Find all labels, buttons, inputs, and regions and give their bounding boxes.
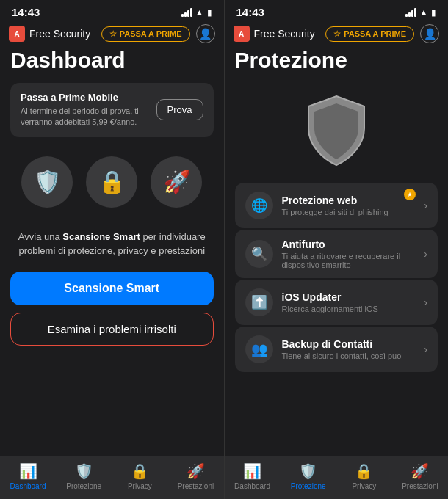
prime-banner: Passa a Prime Mobile Al termine del peri…: [10, 83, 214, 137]
avast-logo-left: A: [9, 26, 25, 42]
protection-item-backup[interactable]: 👥 Backup di Contatti Tiene al sicuro i c…: [235, 327, 438, 372]
rocket-icon-circle: 🚀: [151, 156, 202, 208]
shield-icon-circle: 🛡️: [21, 156, 73, 208]
dashboard-nav-label-right: Dashboard: [234, 482, 270, 490]
battery-icon-right: ▮: [431, 7, 436, 18]
problems-button[interactable]: Esamina i problemi irrisolti: [10, 313, 214, 346]
prime-banner-subtitle: Al termine del periodo di prova, ti verr…: [21, 106, 149, 128]
prestazioni-nav-label: Prestazioni: [178, 482, 214, 490]
chevron-icon-antifurto: ›: [424, 248, 427, 260]
nav-item-dashboard-left[interactable]: 📊 Dashboard: [0, 462, 56, 490]
battery-icon: ▮: [207, 7, 212, 18]
prot-title-ios: iOS Updater: [282, 291, 416, 303]
dashboard-nav-label: Dashboard: [10, 482, 46, 490]
antifurto-icon-circle: 🔍: [245, 240, 273, 268]
top-bar-right-right: ☆ PASSA A PRIME 👤: [325, 24, 439, 43]
wifi-icon-right: ▲: [419, 7, 428, 18]
prot-text-backup: Backup di Contatti Tiene al sicuro i con…: [282, 338, 416, 360]
ios-icon-circle: ⬆️: [245, 288, 273, 316]
web-icon-circle: 🌐: [245, 192, 273, 219]
protection-item-web[interactable]: 🌐 Protezione web Ti protegge dai siti di…: [235, 183, 438, 228]
avast-logo-right: A: [234, 26, 250, 42]
prime-button-left[interactable]: ☆ PASSA A PRIME: [101, 26, 190, 42]
status-bar-left: 14:43 ▲ ▮: [0, 0, 224, 21]
nav-item-prestazioni-right[interactable]: 🚀 Prestazioni: [392, 462, 448, 490]
nav-item-dashboard-right[interactable]: 📊 Dashboard: [225, 462, 281, 490]
nav-item-protezione-left[interactable]: 🛡️ Protezione: [56, 462, 112, 490]
protezione-nav-label: Protezione: [66, 482, 101, 490]
smart-scan-button[interactable]: Scansione Smart: [10, 272, 214, 305]
prot-subtitle-backup: Tiene al sicuro i contatti, così puoi: [282, 352, 416, 360]
left-screen: 14:43 ▲ ▮ A Free Security ☆ PASSA A PRIM…: [0, 0, 224, 499]
nav-item-prestazioni-left[interactable]: 🚀 Prestazioni: [167, 462, 223, 490]
protection-item-ios[interactable]: ⬆️ iOS Updater Ricerca aggiornamenti iOS…: [235, 280, 438, 325]
protezione-nav-icon: 🛡️: [75, 462, 93, 480]
prot-subtitle-web: Ti protegge dai siti di phishing: [282, 208, 416, 216]
privacy-nav-icon: 🔒: [131, 462, 149, 480]
prot-title-antifurto: Antifurto: [282, 238, 416, 250]
prot-text-ios: iOS Updater Ricerca aggiornamenti iOS: [282, 291, 416, 313]
chevron-icon-web: ›: [424, 200, 427, 211]
protezione-nav-icon-right: 🛡️: [299, 462, 317, 480]
prot-text-web: Protezione web Ti protegge dai siti di p…: [282, 194, 416, 216]
icon-row: 🛡️ 🔒 🚀: [10, 149, 214, 215]
app-brand-right: A Free Security: [234, 26, 315, 42]
prime-banner-text: Passa a Prime Mobile Al termine del peri…: [21, 92, 149, 128]
right-content: Protezione 🌐 Protezione web Ti protegge …: [225, 48, 449, 456]
prot-subtitle-ios: Ricerca aggiornamenti iOS: [282, 305, 416, 313]
nav-item-privacy-right[interactable]: 🔒 Privacy: [336, 462, 392, 490]
backup-icon-circle: 👥: [245, 335, 273, 363]
shield-graphic: [296, 90, 377, 171]
status-bar-right: 14:43 ▲ ▮: [225, 0, 449, 21]
prime-button-right[interactable]: ☆ PASSA A PRIME: [325, 26, 414, 42]
lock-icon-circle: 🔒: [86, 156, 137, 208]
app-brand-left: A Free Security: [9, 26, 90, 42]
scan-info: Avvia una Scansione Smart per individuar…: [10, 230, 214, 258]
top-bar-left: A Free Security ☆ PASSA A PRIME 👤: [0, 21, 224, 48]
status-icons-right: ▲ ▮: [405, 7, 436, 18]
profile-icon-left[interactable]: 👤: [196, 24, 215, 43]
chevron-icon-ios: ›: [424, 296, 427, 308]
prime-banner-title: Passa a Prime Mobile: [21, 92, 149, 103]
nav-item-protezione-right[interactable]: 🛡️ Protezione: [281, 462, 336, 490]
bottom-nav-left: 📊 Dashboard 🛡️ Protezione 🔒 Privacy 🚀 Pr…: [0, 456, 224, 499]
dashboard-nav-icon-right: 📊: [243, 462, 261, 480]
status-time-left: 14:43: [12, 6, 40, 18]
protection-item-antifurto[interactable]: 🔍 Antifurto Ti aiuta a ritrovare e recup…: [235, 230, 438, 278]
privacy-nav-icon-right: 🔒: [355, 462, 373, 480]
page-title-left: Dashboard: [10, 48, 214, 73]
bottom-nav-right: 📊 Dashboard 🛡️ Protezione 🔒 Privacy 🚀 Pr…: [225, 456, 449, 499]
top-bar-right-left: ☆ PASSA A PRIME 👤: [101, 24, 215, 43]
scan-info-bold: Scansione Smart: [62, 231, 140, 242]
app-name-right: Free Security: [254, 28, 315, 40]
star-icon: ☆: [109, 29, 117, 39]
prot-title-web: Protezione web: [282, 194, 416, 206]
app-name-left: Free Security: [29, 28, 90, 40]
prot-title-backup: Backup di Contatti: [282, 338, 416, 350]
prot-text-antifurto: Antifurto Ti aiuta a ritrovare e recuper…: [282, 238, 416, 269]
prestazioni-nav-icon-right: 🚀: [411, 462, 429, 480]
signal-icon: [181, 8, 192, 17]
right-screen: 14:43 ▲ ▮ A Free Security ☆ PASSA A PRIM…: [225, 0, 449, 499]
profile-icon-right[interactable]: 👤: [420, 24, 439, 43]
left-content: Dashboard Passa a Prime Mobile Al termin…: [0, 48, 224, 456]
page-title-right: Protezione: [235, 48, 438, 73]
wifi-icon: ▲: [195, 7, 204, 18]
prot-subtitle-antifurto: Ti aiuta a ritrovare e recuperare il dis…: [282, 252, 416, 269]
status-icons-left: ▲ ▮: [181, 7, 212, 18]
star-icon-right: ☆: [333, 29, 341, 39]
top-bar-right: A Free Security ☆ PASSA A PRIME 👤: [225, 21, 449, 48]
protection-list: 🌐 Protezione web Ti protegge dai siti di…: [235, 183, 438, 372]
shield-container: [235, 83, 438, 183]
nav-item-privacy-left[interactable]: 🔒 Privacy: [112, 462, 167, 490]
privacy-nav-label-right: Privacy: [352, 482, 376, 490]
signal-icon-right: [405, 8, 416, 17]
dashboard-nav-icon: 📊: [19, 462, 37, 480]
prestazioni-nav-icon: 🚀: [187, 462, 205, 480]
protezione-nav-label-right: Protezione: [291, 482, 326, 490]
prot-badge-web: ★: [404, 189, 416, 200]
prestazioni-nav-label-right: Prestazioni: [402, 482, 438, 490]
status-time-right: 14:43: [236, 6, 264, 18]
prova-button[interactable]: Prova: [156, 99, 203, 120]
chevron-icon-backup: ›: [424, 343, 427, 355]
